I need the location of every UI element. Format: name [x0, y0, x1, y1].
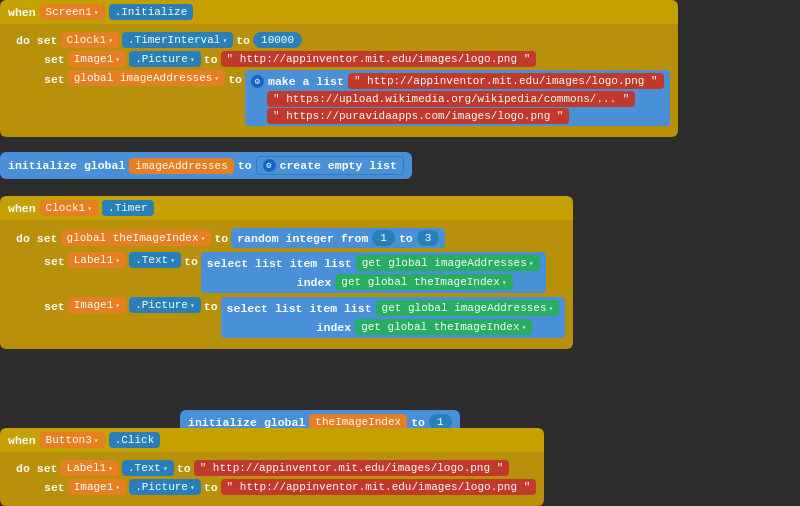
url-item-1: " http://appinventor.mit.edu/images/logo… — [348, 73, 664, 89]
set-label-2: set — [44, 53, 65, 66]
gear-icon-1: ⚙ — [251, 75, 264, 88]
when-label: when — [8, 6, 36, 19]
url-item-3: " https://puravidaapps.com/images/logo.p… — [267, 108, 569, 124]
clock1-pill[interactable]: Clock1 ▾ — [61, 32, 119, 48]
timerinterval-pill[interactable]: .TimerInterval ▾ — [122, 32, 233, 48]
to-val: 3 — [417, 230, 440, 246]
image1-pill-3[interactable]: Image1 ▾ — [68, 479, 126, 495]
screen1-pill[interactable]: Screen1 ▾ — [40, 4, 105, 20]
url-val-1: " http://appinventor.mit.edu/images/logo… — [194, 460, 510, 476]
url-pill-1: " http://appinventor.mit.edu/images/logo… — [221, 51, 537, 67]
url-item-2: " https://upload.wikimedia.org/wikipedia… — [267, 91, 635, 107]
select-list-item-2: select list item list — [227, 302, 372, 315]
random-integer-label: random integer from — [237, 232, 368, 245]
from-val: 1 — [372, 230, 395, 246]
label1-pill-3[interactable]: Label1 ▾ — [61, 460, 119, 476]
global-imageaddresses-pill[interactable]: global imageAddresses ▾ — [68, 70, 225, 86]
picture-pill-3[interactable]: .Picture ▾ — [129, 479, 201, 495]
text-pill-3[interactable]: .Text ▾ — [122, 460, 174, 476]
initialize-global-label: initialize global — [8, 159, 125, 172]
get-global-theimageindex-1[interactable]: get global theImageIndex ▾ — [335, 274, 512, 290]
get-global-imageaddresses-2[interactable]: get global imageAddresses ▾ — [376, 300, 560, 316]
image1-pill-1[interactable]: Image1 ▾ — [68, 51, 126, 67]
timer-pill: .Timer — [102, 200, 154, 216]
get-global-theimageindex-2[interactable]: get global theImageIndex ▾ — [355, 319, 532, 335]
when-label-2: when — [8, 202, 36, 215]
picture-pill-1[interactable]: .Picture ▾ — [129, 51, 201, 67]
text-pill-1[interactable]: .Text ▾ — [129, 252, 181, 268]
when-label-3: when — [8, 434, 36, 447]
timer-value: 10000 — [253, 32, 302, 48]
get-global-imageaddresses-1[interactable]: get global imageAddresses ▾ — [356, 255, 540, 271]
gear-icon-2: ⚙ — [263, 159, 276, 172]
make-a-list: make a list — [268, 75, 344, 88]
the-image-index-pill[interactable]: global theImageIndex ▾ — [61, 230, 212, 246]
do-label-1: do — [16, 34, 30, 47]
picture-pill-2[interactable]: .Picture ▾ — [129, 297, 201, 313]
imageaddresses-var: imageAddresses — [129, 158, 233, 174]
create-empty-list: create empty list — [280, 159, 397, 172]
set-label-1: set — [37, 34, 58, 47]
initialize-global-label-2: initialize global — [188, 416, 305, 429]
image1-pill-2[interactable]: Image1 ▾ — [68, 297, 126, 313]
initialize-pill: .Initialize — [109, 4, 194, 20]
select-list-item-1: select list item list — [207, 257, 352, 270]
button3-pill[interactable]: Button3 ▾ — [40, 432, 105, 448]
click-pill: .Click — [109, 432, 161, 448]
label1-pill[interactable]: Label1 ▾ — [68, 252, 126, 268]
clock1-pill-2[interactable]: Clock1 ▾ — [40, 200, 98, 216]
url-val-2: " http://appinventor.mit.edu/images/logo… — [221, 479, 537, 495]
set-label-3: set — [44, 70, 65, 86]
